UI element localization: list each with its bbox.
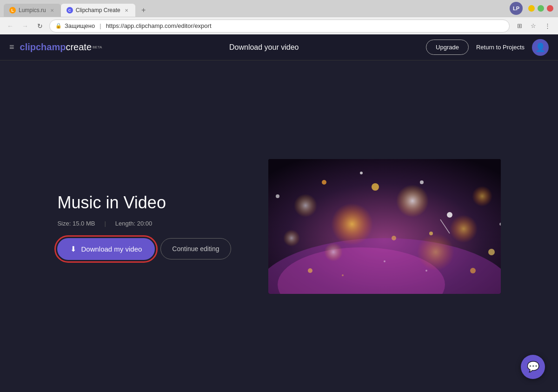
download-icon: ⬇ [70,245,76,253]
user-avatar[interactable]: 👤 [532,39,549,56]
app-container: ≡ clipchampcreateBETA Download your vide… [0,34,558,392]
svg-point-25 [342,274,344,276]
new-tab-button[interactable]: + [137,4,150,17]
svg-point-12 [447,212,452,218]
svg-point-21 [429,232,433,235]
tab-clipchamp-favicon: C [66,7,73,13]
svg-point-3 [331,203,373,245]
svg-point-7 [417,233,454,271]
svg-point-26 [425,270,427,272]
address-field[interactable]: 🔒 Защищено | https://app.clipchamp.com/e… [49,20,510,33]
svg-point-11 [372,183,379,191]
chat-icon: 💬 [527,361,539,373]
video-meta: Size: 15.0 MB | Length: 20:00 [57,220,152,227]
video-title: Music in Video [57,193,166,213]
svg-point-13 [322,180,326,185]
svg-point-16 [392,236,396,240]
lock-icon: 🔒 [55,23,62,29]
forward-button[interactable]: → [20,20,31,32]
action-buttons: ⬇ Download my video Continue editing [57,238,231,260]
chat-bubble-button[interactable]: 💬 [521,355,545,379]
left-panel: Music in Video Size: 15.0 MB | Length: 2… [57,193,231,260]
svg-point-9 [472,186,492,206]
user-avatar-icon: 👤 [535,42,545,53]
main-content: Music in Video Size: 15.0 MB | Length: 2… [0,60,558,392]
bookmark-button[interactable]: ☆ [527,20,539,32]
browser-chrome: L Lumpics.ru ✕ C Clipchamp Create ✕ + LP… [0,0,558,34]
address-url: https://app.clipchamp.com/editor/export [106,22,212,29]
tab-clipchamp-close[interactable]: ✕ [123,7,130,13]
svg-point-8 [324,243,343,261]
app-header: ≡ clipchampcreateBETA Download your vide… [0,34,558,60]
minimize-button[interactable] [528,5,535,12]
svg-point-17 [420,180,424,184]
svg-point-18 [470,268,476,273]
logo-beta: BETA [93,45,102,49]
continue-editing-button[interactable]: Continue editing [160,238,231,259]
tab-lumpics-close[interactable]: ✕ [49,7,55,13]
download-video-button[interactable]: ⬇ Download my video [57,238,155,260]
header-center: Download your video [102,43,426,52]
meta-divider: | [104,220,106,227]
address-protected-text: Защищено [65,22,95,29]
tab-clipchamp-label: Clipchamp Create [76,7,120,13]
svg-point-5 [450,215,478,243]
svg-point-24 [384,260,385,262]
video-thumbnail [268,159,501,294]
menu-button[interactable]: ⋮ [541,20,553,32]
svg-point-15 [276,194,279,198]
app-logo: clipchampcreateBETA [20,42,102,53]
refresh-button[interactable]: ↻ [34,20,46,32]
tab-lumpics[interactable]: L Lumpics.ru ✕ [4,4,61,17]
address-bar: ← → ↻ 🔒 Защищено | https://app.clipchamp… [0,17,558,34]
tab-lumpics-favicon: L [9,7,16,13]
header-actions: Upgrade Return to Projects 👤 [426,39,549,56]
tab-clipchamp[interactable]: C Clipchamp Create ✕ [61,4,135,17]
svg-point-20 [360,172,363,174]
svg-point-10 [283,230,300,246]
logo-clipchamp: clipchamp [20,42,66,53]
svg-point-14 [488,249,495,255]
maximize-button[interactable] [538,5,544,12]
translate-button[interactable]: ⊞ [513,20,525,32]
title-bar-user-badge: LP [510,2,523,15]
address-actions: ⊞ ☆ ⋮ [513,20,553,32]
svg-point-19 [308,268,312,273]
video-size: Size: 15.0 MB [57,220,95,227]
upgrade-button[interactable]: Upgrade [426,40,469,55]
close-button[interactable] [547,5,553,12]
thumbnail-image [268,159,501,294]
logo-create: create [66,42,92,53]
svg-point-4 [396,185,429,217]
hamburger-icon[interactable]: ≡ [9,42,14,52]
back-button[interactable]: ← [5,20,16,32]
svg-point-6 [294,194,317,217]
download-button-label: Download my video [81,245,142,253]
page-title: Download your video [229,43,299,52]
video-length: Length: 20:00 [115,220,153,227]
title-bar-controls: LP [510,2,554,15]
tab-lumpics-label: Lumpics.ru [19,7,46,13]
title-bar: L Lumpics.ru ✕ C Clipchamp Create ✕ + LP [0,0,558,17]
return-to-projects-button[interactable]: Return to Projects [476,44,525,51]
tab-strip: L Lumpics.ru ✕ C Clipchamp Create ✕ + [4,0,510,17]
